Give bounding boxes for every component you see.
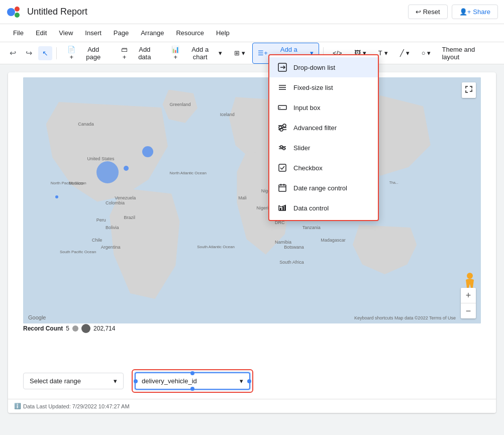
- data-point-usa-medium: [142, 146, 153, 157]
- menu-item-slider[interactable]: Slider: [269, 138, 378, 158]
- undo-button[interactable]: ↩: [6, 46, 20, 60]
- add-chart-button[interactable]: 📊+ Add a chart ▾: [165, 43, 228, 63]
- map-label-na-ocean: North Atlantic Ocean: [170, 171, 207, 175]
- menu-item-input-box-label: Input box: [293, 104, 321, 112]
- menu-arrange[interactable]: Arrange: [136, 27, 169, 39]
- svg-rect-29: [280, 208, 281, 210]
- menu-item-data-control[interactable]: Data control: [269, 198, 378, 218]
- reset-label: Reset: [423, 8, 440, 16]
- redo-button[interactable]: ↪: [22, 46, 36, 60]
- menu-item-fixed-size-list[interactable]: Fixed-size list: [269, 77, 378, 97]
- checkbox-icon: [277, 163, 287, 173]
- menu-item-advanced-filter-label: Advanced filter: [293, 124, 337, 132]
- title-bar-actions: ↩ Reset 👤+ Share: [408, 5, 498, 19]
- menu-item-dropdown-list[interactable]: Drop-down list: [269, 57, 378, 77]
- map-label-madagascar: Madagascar: [321, 238, 346, 243]
- menu-help[interactable]: Help: [211, 27, 235, 39]
- share-button[interactable]: 👤+ Share: [452, 5, 498, 19]
- map-label-greenland: Greenland: [170, 102, 191, 107]
- dropdown-control[interactable]: delivery_vehicle_id ▾: [135, 372, 250, 390]
- menu-view[interactable]: View: [54, 27, 78, 39]
- legend-value1: 5: [66, 325, 69, 332]
- menu-file[interactable]: File: [8, 27, 29, 39]
- map-zoom-in-button[interactable]: +: [461, 288, 476, 303]
- handle-top[interactable]: [190, 371, 194, 375]
- map-zoom-controls: + −: [461, 288, 476, 318]
- map-label-venezuela: Venezuela: [115, 195, 136, 200]
- title-bar: Untitled Report ↩ Reset 👤+ Share: [0, 0, 504, 24]
- legend-dot2: [81, 324, 90, 333]
- map-label-namibia: Namibia: [275, 240, 291, 245]
- select-tool[interactable]: ↖: [38, 46, 52, 60]
- handle-bottom[interactable]: [190, 387, 194, 391]
- shape-icon: ○: [422, 49, 426, 57]
- add-data-icon: 🗃+: [119, 46, 129, 61]
- input-box-icon: [277, 102, 287, 113]
- menu-insert[interactable]: Insert: [80, 27, 107, 39]
- svg-rect-21: [283, 148, 285, 150]
- dropdown-value: delivery_vehicle_id: [142, 377, 197, 385]
- toolbar: ↩ ↪ ↖ 📄+ Add page 🗃+ Add data 📊+ Add a c…: [0, 42, 504, 64]
- map-fullscreen-button[interactable]: [462, 82, 476, 98]
- menu-item-checkbox[interactable]: Checkbox: [269, 158, 378, 178]
- advanced-filter-icon: [277, 123, 287, 133]
- menu-item-fixed-size-list-label: Fixed-size list: [293, 84, 333, 91]
- map-label-sa-ocean2: South Atlantic Ocean: [197, 245, 235, 249]
- info-icon: ℹ️: [14, 403, 21, 409]
- shape-chevron: ▾: [427, 49, 431, 57]
- svg-point-13: [283, 124, 286, 127]
- dropdown-list-icon: [277, 62, 287, 72]
- svg-point-3: [467, 273, 473, 279]
- menu-edit[interactable]: Edit: [31, 27, 52, 39]
- menu-item-input-box[interactable]: Input box: [269, 97, 378, 118]
- line-icon: ╱: [400, 49, 404, 57]
- svg-point-1: [15, 7, 20, 12]
- add-data-button[interactable]: 🗃+ Add data: [114, 43, 162, 63]
- canvas-area: Greenland Canada United States Mexico No…: [0, 64, 504, 421]
- theme-layout-label[interactable]: Theme and layout: [438, 43, 498, 63]
- date-range-control[interactable]: Select date range ▾: [23, 373, 124, 389]
- share-icon: 👤+: [459, 8, 471, 16]
- svg-rect-23: [279, 185, 286, 191]
- menu-item-checkbox-label: Checkbox: [293, 164, 323, 172]
- text-chevron: ▾: [384, 49, 388, 57]
- map-area: Greenland Canada United States Mexico No…: [23, 77, 481, 323]
- svg-rect-20: [280, 146, 282, 148]
- map-label-peru: Peru: [96, 218, 106, 223]
- legend-label: Record Count: [23, 325, 63, 332]
- handle-right[interactable]: [247, 379, 251, 383]
- menu-page[interactable]: Page: [109, 27, 134, 39]
- date-range-label: Select date range: [30, 377, 81, 385]
- menu-item-advanced-filter[interactable]: Advanced filter: [269, 118, 378, 138]
- svg-point-0: [7, 8, 15, 16]
- date-range-chevron: ▾: [114, 377, 117, 385]
- status-text: Data Last Updated: 7/29/2022 10:47:27 AM: [23, 403, 130, 409]
- connect-button[interactable]: ⊞ ▾: [229, 47, 250, 59]
- map-label-colombia: Colombia: [106, 200, 125, 205]
- calendar-icon: [277, 183, 287, 193]
- shape-button[interactable]: ○ ▾: [417, 47, 436, 59]
- menu-item-date-range-label: Date range control: [293, 184, 347, 192]
- app-logo: [6, 4, 22, 20]
- menu-item-date-range[interactable]: Date range control: [269, 178, 378, 198]
- menu-resource[interactable]: Resource: [171, 27, 209, 39]
- map-label-us: United States: [87, 156, 115, 161]
- handle-left[interactable]: [134, 379, 138, 383]
- svg-rect-22: [279, 164, 286, 171]
- map-label-bolivia: Bolivia: [106, 225, 119, 230]
- connect-icon: ⊞: [234, 49, 240, 57]
- map-label-brazil: Brazil: [124, 215, 135, 220]
- map-label-mali: Mali: [238, 195, 247, 200]
- reset-button[interactable]: ↩ Reset: [408, 5, 448, 19]
- report-canvas: Greenland Canada United States Mexico No…: [8, 72, 496, 413]
- svg-rect-31: [284, 205, 286, 210]
- dropdown-chevron: ▾: [240, 377, 243, 385]
- map-footer: Keyboard shortcuts Map data ©2022 Terms …: [354, 315, 456, 320]
- map-label-canada: Canada: [78, 122, 94, 127]
- add-page-button[interactable]: 📄+ Add page: [61, 43, 113, 63]
- map-label-south-africa: South Africa: [279, 260, 304, 265]
- line-button[interactable]: ╱ ▾: [395, 47, 415, 59]
- svg-point-2: [15, 13, 20, 18]
- map-background: Greenland Canada United States Mexico No…: [23, 77, 481, 323]
- map-zoom-out-button[interactable]: −: [461, 303, 476, 318]
